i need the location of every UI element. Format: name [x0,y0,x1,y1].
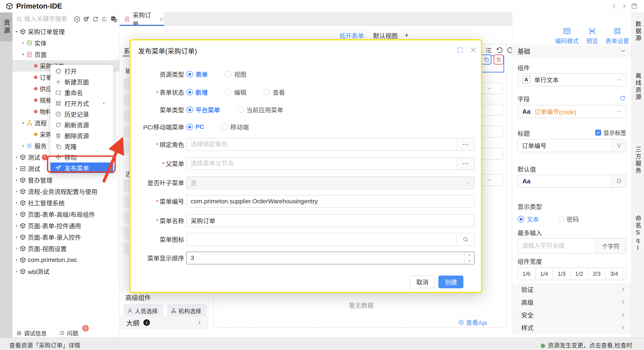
default-value-box[interactable]: Aa D [518,174,626,188]
menu-item-移动[interactable]: 移动 [50,152,113,162]
radio-button[interactable] [225,89,232,96]
tree-item[interactable]: com.primeton.zwc [12,254,120,266]
radio-button[interactable] [186,71,193,78]
caret-right-icon[interactable] [14,235,19,240]
caret-down-icon[interactable] [14,29,19,34]
tab-close-icon[interactable] [159,17,164,22]
menu-item-新建页面[interactable]: 新建页面 [50,76,113,87]
caret-right-icon[interactable] [14,178,19,183]
radio-button[interactable] [518,216,524,222]
menu-item-删除资源[interactable]: 删除资源 [50,130,113,141]
field-refresh-icon[interactable] [619,95,626,101]
icon-search-input[interactable] [186,233,474,246]
radio-option-移动端[interactable]: 移动端 [221,122,249,131]
tree-item[interactable]: 页面-表单-录入控件 [12,231,120,243]
menu-item-克隆[interactable]: 克隆 [50,141,113,152]
caret-right-icon[interactable] [14,189,19,194]
delete-component-button[interactable] [494,55,504,65]
tree-item[interactable]: 页面-表单-高级/布局组件 [12,209,120,220]
outline-bar[interactable]: 大纲 i [120,316,208,329]
tree-item[interactable]: 页面 [12,49,120,60]
radio-button[interactable] [186,124,193,130]
radio-button[interactable] [264,89,270,96]
title-variable-button[interactable]: V [612,139,626,152]
width-option-1/6[interactable]: 1/6 [518,268,535,280]
radio-option-查看[interactable]: 查看 [264,88,285,97]
spinner-down-icon[interactable] [465,258,474,264]
width-option-1/3[interactable]: 1/3 [552,268,570,280]
caret-right-icon[interactable] [14,269,19,274]
tree-item[interactable]: wbl测试 [12,266,120,277]
section-样式[interactable]: 样式 [512,321,632,334]
number-spinner[interactable] [464,252,474,264]
radio-button[interactable] [237,106,244,113]
radio-option-平台菜单[interactable]: 平台菜单 [186,105,220,114]
caret-right-icon[interactable] [14,246,19,251]
radio-button[interactable] [225,71,232,78]
tree-item[interactable]: 督办管理 [12,174,120,186]
ellipsis-button[interactable]: ··· [456,138,474,150]
tree-item[interactable]: 实体 [12,37,120,49]
radio-button[interactable] [558,216,564,222]
caret-right-icon[interactable] [14,166,19,171]
width-option-2/3[interactable]: 2/3 [588,268,605,280]
default-dynamic-button[interactable]: D [612,175,626,187]
title-input[interactable] [518,142,626,149]
show-label-checkbox[interactable] [595,129,601,136]
right-tab-数据源[interactable]: 数据源 [632,13,644,51]
copy-component-button[interactable] [481,55,492,65]
section-验证[interactable]: 验证 [512,283,632,295]
text-field[interactable] [187,217,474,224]
display-type-密码[interactable]: 密码 [558,215,579,224]
section-basic[interactable]: 基础 [512,45,632,57]
create-button[interactable]: 创建 [438,276,464,288]
radio-button[interactable] [221,124,228,130]
radio-button[interactable] [186,106,193,113]
fullscreen-icon[interactable] [457,47,464,54]
menu-item-发布菜单[interactable]: 发布菜单 [50,162,113,173]
picker-field[interactable] [187,160,456,167]
picker-input[interactable]: ··· [186,138,474,151]
caret-right-icon[interactable] [14,155,19,160]
section-高级[interactable]: 高级 [512,296,632,308]
icon-search-field[interactable] [187,236,456,243]
caret-down-icon[interactable] [21,52,26,57]
tree-item[interactable]: 采购订单管理 [12,26,120,37]
palette-tab-system[interactable]: 系 [124,46,130,55]
text-field[interactable] [187,198,474,205]
caret-right-icon[interactable] [14,201,19,205]
caret-right-icon[interactable] [21,143,26,148]
nav-forward-icon[interactable] [621,3,628,10]
radio-option-编辑[interactable]: 编辑 [225,88,246,97]
section-安全[interactable]: 安全 [512,309,632,321]
action-表单设置[interactable]: 表单设置 [600,27,635,45]
palette-advanced-人员选择[interactable]: 人员选择 [124,304,163,317]
field-select[interactable]: Aa 订单编号(code) [518,105,626,118]
text-input[interactable] [186,214,474,227]
close-icon[interactable] [470,46,477,54]
debug-info-button[interactable]: 调试信息 [24,329,47,337]
problems-button[interactable]: 问题 [67,329,78,337]
component-select[interactable]: A 单行文本 [518,73,626,86]
number-field[interactable] [187,254,464,262]
width-option-3/4[interactable]: 3/4 [605,268,623,280]
tree-item[interactable]: 社工管理系统 [12,197,120,209]
radio-option-新增[interactable]: 新增 [186,88,208,97]
status-right-text[interactable]: 资源发生变更，点击查看,检查时间:16:37 [541,341,644,350]
view-api-link[interactable]: 查看Api [458,318,487,327]
radio-option-当前应用菜单[interactable]: 当前应用菜单 [237,105,283,114]
caret-right-icon[interactable] [21,41,26,46]
add-view-button[interactable]: + [405,31,409,39]
tab-purchase-order[interactable]: 采购订单 [120,13,164,26]
view-tab-default[interactable]: 默认视图 [373,31,398,40]
picker-field[interactable] [187,141,456,148]
display-type-文本[interactable]: 文本 [518,215,539,224]
width-option-1/4[interactable]: 1/4 [535,268,552,280]
tree-item[interactable]: 流程-业务流程配置与使用 [12,186,120,197]
ellipsis-button[interactable]: ··· [456,158,474,169]
nav-back-icon[interactable] [611,3,618,10]
caret-right-icon[interactable] [14,258,19,262]
activity-tab-resources[interactable]: 资源 [0,13,12,42]
caret-down-icon[interactable] [21,120,26,125]
right-tab-命名Sql[interactable]: 命名Sql [632,198,644,270]
